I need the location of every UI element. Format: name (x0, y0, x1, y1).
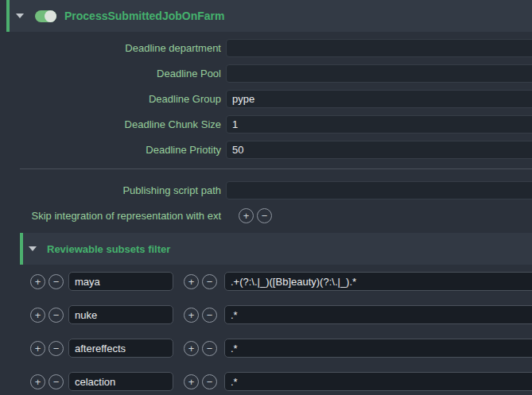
filter-key-input[interactable] (68, 372, 173, 391)
deadline-pool-label: Deadline Pool (0, 68, 221, 79)
value-list-buttons: + − (184, 374, 217, 389)
filter-key-input[interactable] (68, 339, 173, 358)
remove-value-button[interactable]: − (202, 274, 217, 289)
plugin-title: ProcessSubmittedJobOnFarm (64, 10, 225, 22)
remove-value-button[interactable]: − (202, 341, 217, 356)
skip-integration-label: Skip integration of representation with … (0, 210, 221, 222)
form-row: Publishing script path (0, 177, 532, 203)
filter-value-input[interactable] (224, 305, 532, 324)
divider (20, 168, 532, 169)
form-row: Deadline department (0, 35, 532, 60)
add-value-button[interactable]: + (184, 308, 199, 323)
deadline-department-label: Deadline department (0, 42, 221, 54)
add-value-button[interactable]: + (184, 341, 199, 356)
deadline-priority-input[interactable] (226, 141, 532, 159)
remove-key-button[interactable]: − (49, 374, 64, 389)
form-row: Deadline Group (0, 86, 532, 111)
add-key-button[interactable]: + (30, 308, 45, 323)
remove-value-button[interactable]: − (202, 308, 217, 323)
filter-value-input[interactable] (224, 272, 532, 291)
toggle-knob (45, 10, 56, 22)
remove-key-button[interactable]: − (49, 308, 64, 323)
remove-key-button[interactable]: − (49, 341, 64, 356)
add-value-button[interactable]: + (184, 374, 199, 389)
form-row: Deadline Pool (0, 60, 532, 86)
publishing-script-path-input[interactable] (226, 181, 532, 199)
value-list-buttons: + − (184, 308, 217, 323)
chevron-down-icon[interactable] (16, 14, 24, 18)
filter-rows: + − + − + − + − + − + − (0, 265, 532, 395)
plugin-form: Deadline department Deadline Pool Deadli… (0, 35, 532, 228)
add-value-button[interactable]: + (184, 274, 199, 289)
add-key-button[interactable]: + (30, 374, 45, 389)
publishing-script-path-label: Publishing script path (0, 184, 221, 196)
plugin-header: ProcessSubmittedJobOnFarm (6, 0, 532, 32)
filter-section-title: Reviewable subsets filter (47, 243, 170, 255)
form-row: Deadline Priotity (0, 137, 532, 162)
deadline-pool-input[interactable] (226, 64, 532, 83)
deadline-department-input[interactable] (226, 39, 532, 57)
filter-row: + − + − (0, 331, 532, 365)
list-buttons: + − (239, 208, 272, 223)
deadline-group-input[interactable] (226, 90, 532, 108)
value-list-buttons: + − (184, 341, 217, 356)
form-row: Skip integration of representation with … (0, 203, 532, 228)
deadline-priority-label: Deadline Priotity (0, 144, 221, 156)
value-list-buttons: + − (184, 274, 217, 289)
filter-value-input[interactable] (224, 372, 532, 391)
filter-row: + − + − (0, 265, 532, 298)
settings-page: ProcessSubmittedJobOnFarm Deadline depar… (0, 0, 532, 395)
filter-section-header: Reviewable subsets filter (20, 233, 532, 265)
add-key-button[interactable]: + (30, 341, 45, 356)
add-item-button[interactable]: + (239, 208, 254, 223)
filter-row: + − + − (0, 298, 532, 331)
deadline-chunk-size-input[interactable] (226, 115, 532, 134)
remove-item-button[interactable]: − (257, 208, 272, 223)
form-row: Deadline Chunk Size (0, 111, 532, 137)
add-key-button[interactable]: + (30, 274, 45, 289)
remove-key-button[interactable]: − (49, 274, 64, 289)
filter-key-input[interactable] (68, 272, 173, 291)
deadline-group-label: Deadline Group (0, 93, 221, 105)
remove-value-button[interactable]: − (202, 374, 217, 389)
filter-value-input[interactable] (224, 339, 532, 358)
deadline-chunk-size-label: Deadline Chunk Size (0, 118, 221, 130)
filter-row: + − + − (0, 365, 532, 395)
chevron-down-icon[interactable] (29, 246, 37, 251)
enabled-toggle[interactable] (35, 10, 56, 22)
filter-key-input[interactable] (68, 305, 173, 324)
